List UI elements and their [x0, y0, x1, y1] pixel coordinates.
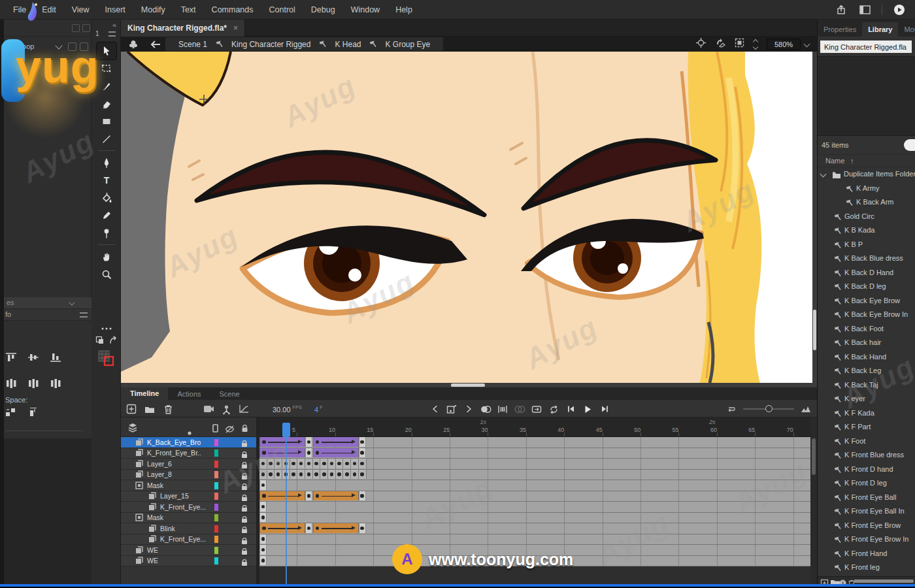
timeline-frames-area[interactable]: 5101520253035404550556065701s2s [259, 417, 810, 588]
keyframe-cell[interactable] [359, 523, 366, 533]
rectangle-tool[interactable] [97, 113, 116, 130]
keyframe-cell[interactable] [351, 470, 359, 480]
free-transform-tool[interactable] [97, 60, 116, 77]
keyframe-cell[interactable] [290, 470, 298, 480]
library-item[interactable]: K Back Foot [818, 322, 915, 336]
keyframe-cell[interactable] [274, 470, 282, 480]
snap-object-icon[interactable] [95, 336, 105, 345]
timeline-frames-row-8[interactable] [259, 523, 810, 534]
library-item[interactable]: K eyer [818, 392, 915, 406]
fit-timeline-icon[interactable] [799, 402, 812, 416]
onion-skin-range-icon[interactable] [496, 402, 509, 416]
collapsed-panel-header[interactable]: es [4, 297, 92, 309]
library-item[interactable]: K F Part [818, 420, 915, 434]
keyframe-cell[interactable] [336, 470, 344, 480]
timeline-frames-row-9[interactable] [259, 534, 810, 546]
library-horizontal-scrollbar[interactable] [854, 580, 914, 583]
distribute-right-icon[interactable] [50, 378, 61, 389]
zoom-tool[interactable] [97, 266, 116, 283]
timeline-ruler[interactable]: 5101520253035404550556065701s2s [259, 417, 810, 437]
paint-bucket-tool[interactable] [97, 189, 116, 206]
layer-color-swatch[interactable] [214, 439, 218, 446]
keyframe-cell[interactable] [259, 470, 267, 480]
keyframe-cell[interactable] [343, 459, 351, 468]
keyframe-cell[interactable] [305, 470, 313, 480]
timeline-layer-1[interactable]: K_Front_Eye_Br.. [121, 448, 256, 459]
pen-tool[interactable] [97, 154, 116, 171]
show-all-dot-icon[interactable] [188, 426, 191, 438]
panel-tab-properties[interactable]: Properties [818, 22, 862, 37]
loop-icon[interactable] [547, 402, 560, 416]
canvas-horizontal-scrollbar[interactable] [121, 383, 817, 387]
timeline-tab-actions[interactable]: Actions [168, 388, 210, 400]
library-item[interactable]: K Front Eye Brow [818, 519, 915, 533]
info-panel-tab[interactable]: fo [4, 309, 92, 321]
timeline-layer-2[interactable]: Layer_6 [121, 459, 256, 470]
library-item[interactable]: Gold Circ [818, 210, 915, 224]
delete-icon[interactable] [161, 402, 175, 416]
onion-skin-icon[interactable] [479, 402, 492, 416]
panel-tab-library[interactable]: Library [862, 22, 898, 37]
align-bottom-icon[interactable] [50, 352, 61, 363]
library-name-column-header[interactable]: Name ↑ [818, 154, 915, 167]
tween-span[interactable] [259, 448, 305, 458]
timeline-frames-row-7[interactable] [259, 513, 810, 524]
layer-color-swatch[interactable] [214, 525, 218, 532]
selection-tool[interactable] [97, 42, 116, 59]
distribute-center-icon[interactable] [27, 378, 39, 389]
library-item[interactable]: K Back Blue dress [818, 252, 915, 266]
scene-icon[interactable] [127, 39, 139, 50]
keyframe-cell[interactable] [328, 459, 336, 468]
close-icon[interactable]: × [233, 24, 238, 33]
keyframe-cell[interactable] [267, 470, 275, 480]
keyframe-cell[interactable] [259, 459, 267, 468]
keyframe-cell[interactable] [297, 470, 305, 480]
menu-debug[interactable]: Debug [303, 5, 343, 14]
parenting-view-icon[interactable] [220, 402, 233, 416]
tween-span[interactable] [313, 437, 359, 447]
align-top-icon[interactable] [5, 352, 17, 363]
menu-text[interactable]: Text [173, 5, 204, 14]
keyframe-cell[interactable] [290, 459, 298, 468]
keyframe-cell[interactable] [274, 459, 282, 468]
menu-view[interactable]: View [64, 5, 97, 14]
library-item[interactable]: K Front Eye Ball In [818, 504, 915, 519]
graph-editor-icon[interactable] [237, 402, 250, 416]
library-item[interactable]: K Back Taj [818, 378, 915, 393]
line-tool[interactable] [97, 131, 116, 148]
zoom-dropdown-icon[interactable] [804, 41, 810, 48]
distribute-left-icon[interactable] [5, 378, 17, 389]
library-item[interactable]: K Back Arm [818, 195, 915, 210]
menu-commands[interactable]: Commands [204, 5, 261, 14]
reset-zoom-icon[interactable] [725, 402, 738, 416]
library-item[interactable]: K Back Hand [818, 350, 915, 365]
toolbar-menu-icon[interactable] [108, 31, 116, 37]
timeline-frames-row-2[interactable] [259, 459, 810, 470]
layer-color-swatch[interactable] [214, 536, 218, 543]
timeline-frames-row-10[interactable] [259, 545, 810, 556]
menu-control[interactable]: Control [261, 5, 303, 14]
breadcrumb-item-3[interactable]: K Group Eye [377, 40, 438, 49]
playhead[interactable] [282, 423, 290, 437]
timeline-tab-timeline[interactable]: Timeline [121, 387, 168, 400]
keyframe-cell[interactable] [343, 470, 351, 480]
lock-column-icon[interactable] [241, 423, 248, 435]
space-horizontal-icon[interactable] [5, 407, 17, 417]
stage-canvas[interactable] [121, 52, 817, 387]
layer-color-swatch[interactable] [214, 471, 218, 478]
current-frame-value[interactable]: 4 [314, 406, 318, 414]
clip-content-icon[interactable] [735, 38, 744, 50]
space-vertical-icon[interactable] [27, 407, 39, 417]
workspace-layout-icon[interactable] [858, 3, 871, 16]
breadcrumb-item-0[interactable]: Scene 1 [171, 40, 215, 49]
breadcrumb-item-1[interactable]: King Character Rigged [224, 40, 318, 49]
step-forward-icon[interactable] [598, 402, 611, 416]
timeline-layer-7[interactable]: Mask [121, 513, 256, 524]
keyframe-cell[interactable] [359, 470, 367, 480]
tween-span[interactable] [259, 491, 305, 501]
lock-icon[interactable] [241, 557, 248, 569]
keyframe-cell[interactable] [359, 459, 367, 468]
asset-warp-tool[interactable] [97, 225, 116, 242]
keyframe-cell[interactable] [359, 448, 366, 458]
library-item[interactable]: K Foot [818, 434, 915, 449]
